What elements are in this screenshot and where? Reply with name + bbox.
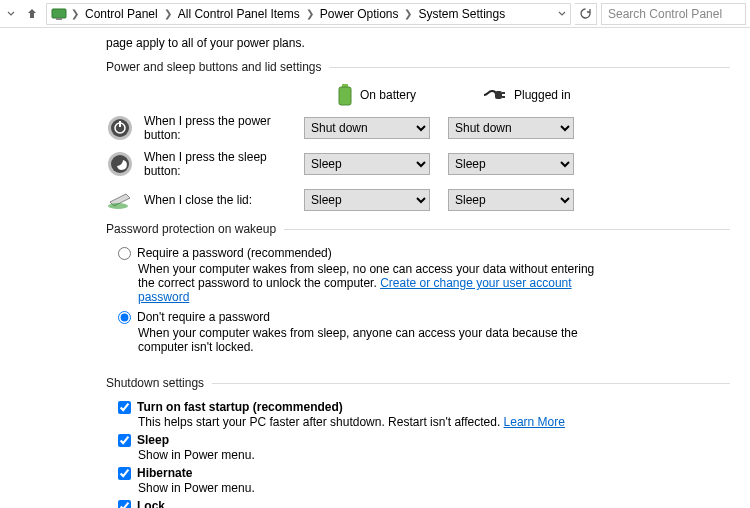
power-button-battery-select[interactable]: Shut down	[304, 117, 430, 139]
radio-dont-require-password: Don't require a password When your compu…	[118, 310, 730, 354]
row-power-button: When I press the power button: Shut down…	[106, 114, 730, 142]
power-button-icon	[106, 114, 134, 142]
chevron-down-icon[interactable]	[558, 10, 566, 18]
close-lid-plugged-select[interactable]: Sleep	[448, 189, 574, 211]
battery-icon	[338, 84, 352, 106]
hibernate-checkbox[interactable]	[118, 467, 131, 480]
radio-label: Don't require a password	[137, 310, 270, 324]
laptop-lid-icon	[106, 186, 134, 214]
section-password: Password protection on wakeup	[106, 222, 730, 236]
radio-require-password: Require a password (recommended) When yo…	[118, 246, 730, 304]
chevron-right-icon: ❯	[69, 8, 81, 19]
svg-rect-5	[502, 92, 505, 94]
plug-icon	[482, 88, 506, 102]
section-shutdown: Shutdown settings	[106, 376, 730, 390]
row-label: When I press the power button:	[144, 114, 304, 142]
fast-startup-checkbox[interactable]	[118, 401, 131, 414]
checkbox-description: Show in Power menu.	[138, 481, 730, 495]
checkbox-description: Show in Power menu.	[138, 448, 730, 462]
chevron-right-icon: ❯	[402, 8, 414, 19]
dont-require-password-radio[interactable]	[118, 311, 131, 324]
breadcrumb-item[interactable]: System Settings	[416, 7, 507, 21]
section-label: Shutdown settings	[106, 376, 204, 390]
breadcrumb-item[interactable]: Power Options	[318, 7, 401, 21]
divider	[329, 67, 730, 68]
breadcrumb-item[interactable]: Control Panel	[83, 7, 160, 21]
address-bar: ❯ Control Panel ❯ All Control Panel Item…	[0, 0, 750, 28]
checkbox-label: Lock	[137, 499, 165, 508]
radio-label: Require a password (recommended)	[137, 246, 332, 260]
sleep-checkbox[interactable]	[118, 434, 131, 447]
learn-more-link[interactable]: Learn More	[504, 415, 565, 429]
svg-rect-4	[495, 91, 502, 99]
sleep-button-battery-select[interactable]: Sleep	[304, 153, 430, 175]
row-sleep-button: When I press the sleep button: Sleep Sle…	[106, 150, 730, 178]
checkbox-label: Sleep	[137, 433, 169, 447]
svg-rect-10	[119, 121, 121, 127]
column-battery-label: On battery	[360, 88, 416, 102]
chevron-right-icon: ❯	[304, 8, 316, 19]
sleep-button-plugged-select[interactable]: Sleep	[448, 153, 574, 175]
row-label: When I press the sleep button:	[144, 150, 304, 178]
checkbox-sleep: Sleep Show in Power menu.	[118, 433, 730, 462]
row-close-lid: When I close the lid: Sleep Sleep	[106, 186, 730, 214]
svg-rect-0	[52, 9, 66, 18]
back-dropdown-icon[interactable]	[4, 3, 18, 25]
svg-rect-6	[502, 96, 505, 98]
svg-point-13	[108, 203, 128, 209]
breadcrumb[interactable]: ❯ Control Panel ❯ All Control Panel Item…	[46, 3, 571, 25]
breadcrumb-item[interactable]: All Control Panel Items	[176, 7, 302, 21]
radio-description: When your computer wakes from sleep, no …	[138, 262, 598, 304]
control-panel-icon	[51, 6, 67, 22]
divider	[284, 229, 730, 230]
checkbox-description: This helps start your PC faster after sh…	[138, 415, 730, 429]
radio-description: When your computer wakes from sleep, any…	[138, 326, 598, 354]
section-label: Power and sleep buttons and lid settings	[106, 60, 321, 74]
section-label: Password protection on wakeup	[106, 222, 276, 236]
checkbox-lock: Lock	[118, 499, 730, 508]
refresh-button[interactable]	[575, 3, 597, 25]
sleep-button-icon	[106, 150, 134, 178]
checkbox-fast-startup: Turn on fast startup (recommended) This …	[118, 400, 730, 429]
up-icon[interactable]	[22, 4, 42, 24]
svg-rect-1	[56, 18, 62, 20]
checkbox-label: Turn on fast startup (recommended)	[137, 400, 343, 414]
intro-text: page apply to all of your power plans.	[106, 36, 730, 50]
power-button-plugged-select[interactable]: Shut down	[448, 117, 574, 139]
column-plugged-label: Plugged in	[514, 88, 571, 102]
column-headers: On battery Plugged in	[106, 84, 730, 106]
section-buttons-lid: Power and sleep buttons and lid settings	[106, 60, 730, 74]
svg-rect-3	[339, 87, 351, 105]
row-label: When I close the lid:	[144, 193, 304, 207]
divider	[212, 383, 730, 384]
require-password-radio[interactable]	[118, 247, 131, 260]
chevron-right-icon: ❯	[162, 8, 174, 19]
checkbox-hibernate: Hibernate Show in Power menu.	[118, 466, 730, 495]
lock-checkbox[interactable]	[118, 500, 131, 509]
checkbox-label: Hibernate	[137, 466, 192, 480]
close-lid-battery-select[interactable]: Sleep	[304, 189, 430, 211]
content: page apply to all of your power plans. P…	[0, 36, 750, 508]
search-input[interactable]	[601, 3, 746, 25]
